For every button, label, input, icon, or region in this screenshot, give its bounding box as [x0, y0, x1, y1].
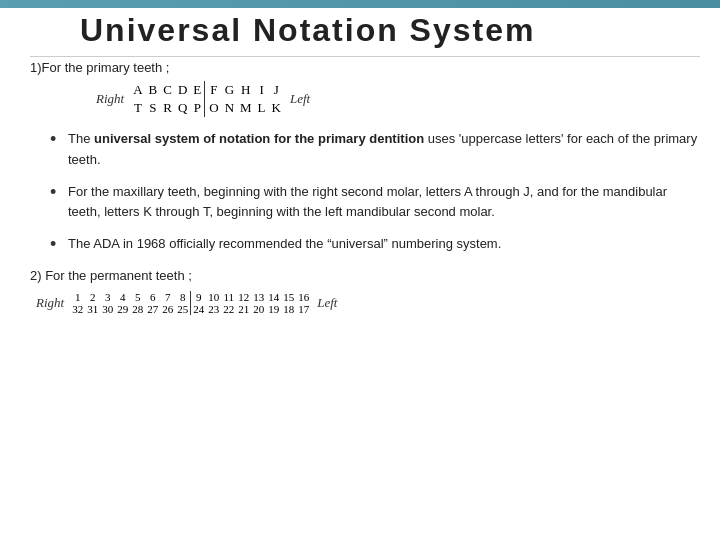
content-area: 1)For the primary teeth ; Right A B C D …	[30, 60, 700, 530]
perm-bot-18: 18	[281, 303, 296, 315]
bullet-item-2: • For the maxillary teeth, beginning wit…	[50, 182, 700, 222]
perm-top-7: 7	[160, 291, 175, 303]
bullet-dot-2: •	[50, 182, 68, 204]
primary-bot-L: L	[255, 99, 269, 117]
perm-bot-20: 20	[251, 303, 266, 315]
primary-top-A: A	[130, 81, 145, 99]
bullet1-bold: universal system of notation for the pri…	[94, 131, 424, 146]
primary-bot-K: K	[269, 99, 284, 117]
primary-teeth-diagram: Right A B C D E F G H I J T S R Q P O	[90, 81, 700, 117]
perm-bot-31: 31	[85, 303, 100, 315]
perm-bot-21: 21	[236, 303, 251, 315]
perm-top-9: 9	[191, 291, 207, 303]
section1-label: 1)For the primary teeth ;	[30, 60, 700, 75]
perm-bot-25: 25	[175, 303, 191, 315]
primary-bot-R: R	[160, 99, 175, 117]
perm-bot-30: 30	[100, 303, 115, 315]
primary-top-H: H	[237, 81, 255, 99]
permanent-teeth-diagram: Right 1 2 3 4 5 6 7 8 9 10 11 12 13 14 1…	[30, 291, 700, 315]
bullet-section: • The universal system of notation for t…	[50, 129, 700, 255]
perm-top-14: 14	[266, 291, 281, 303]
perm-top-5: 5	[130, 291, 145, 303]
perm-top-3: 3	[100, 291, 115, 303]
primary-bot-S: S	[146, 99, 161, 117]
section2-label: 2) For the permanent teeth ;	[30, 268, 700, 283]
bullet-dot-3: •	[50, 234, 68, 256]
perm-bot-27: 27	[145, 303, 160, 315]
perm-top-10: 10	[206, 291, 221, 303]
perm-top-2: 2	[85, 291, 100, 303]
bullet-text-3: The ADA in 1968 officially recommended t…	[68, 234, 700, 254]
perm-top-13: 13	[251, 291, 266, 303]
perm-bot-23: 23	[206, 303, 221, 315]
primary-top-I: I	[255, 81, 269, 99]
primary-table: A B C D E F G H I J T S R Q P O N M L	[130, 81, 284, 117]
perm-top-8: 8	[175, 291, 191, 303]
bullet-item-1: • The universal system of notation for t…	[50, 129, 700, 169]
bullet-dot-1: •	[50, 129, 68, 151]
perm-bot-24: 24	[191, 303, 207, 315]
perm-top-16: 16	[296, 291, 311, 303]
perm-bot-17: 17	[296, 303, 311, 315]
primary-left-label: Left	[290, 91, 310, 107]
primary-right-label: Right	[96, 91, 124, 107]
perm-top-12: 12	[236, 291, 251, 303]
primary-top-J: J	[269, 81, 284, 99]
bullet-text-1: The universal system of notation for the…	[68, 129, 700, 169]
perm-top-11: 11	[221, 291, 236, 303]
bullet-text-2: For the maxillary teeth, beginning with …	[68, 182, 700, 222]
top-bar	[0, 0, 720, 8]
primary-top-G: G	[222, 81, 237, 99]
primary-top-C: C	[160, 81, 175, 99]
perm-bot-26: 26	[160, 303, 175, 315]
perm-top-6: 6	[145, 291, 160, 303]
perm-bot-22: 22	[221, 303, 236, 315]
perm-bot-29: 29	[115, 303, 130, 315]
bullet-item-3: • The ADA in 1968 officially recommended…	[50, 234, 700, 256]
permanent-table: 1 2 3 4 5 6 7 8 9 10 11 12 13 14 15 16 3…	[70, 291, 311, 315]
perm-top-4: 4	[115, 291, 130, 303]
primary-bot-Q: Q	[175, 99, 190, 117]
permanent-left-label: Left	[317, 295, 337, 311]
perm-bot-19: 19	[266, 303, 281, 315]
title-underline	[30, 56, 700, 57]
primary-top-D: D	[175, 81, 190, 99]
primary-bot-O: O	[205, 99, 222, 117]
page-title: Universal Notation System	[80, 12, 640, 49]
primary-bot-N: N	[222, 99, 237, 117]
primary-bot-T: T	[130, 99, 145, 117]
perm-top-15: 15	[281, 291, 296, 303]
primary-top-B: B	[146, 81, 161, 99]
perm-bot-32: 32	[70, 303, 85, 315]
primary-bot-P: P	[190, 99, 204, 117]
primary-top-F: F	[205, 81, 222, 99]
primary-top-E: E	[190, 81, 204, 99]
permanent-right-label: Right	[36, 295, 64, 311]
perm-top-1: 1	[70, 291, 85, 303]
perm-bot-28: 28	[130, 303, 145, 315]
primary-bot-M: M	[237, 99, 255, 117]
